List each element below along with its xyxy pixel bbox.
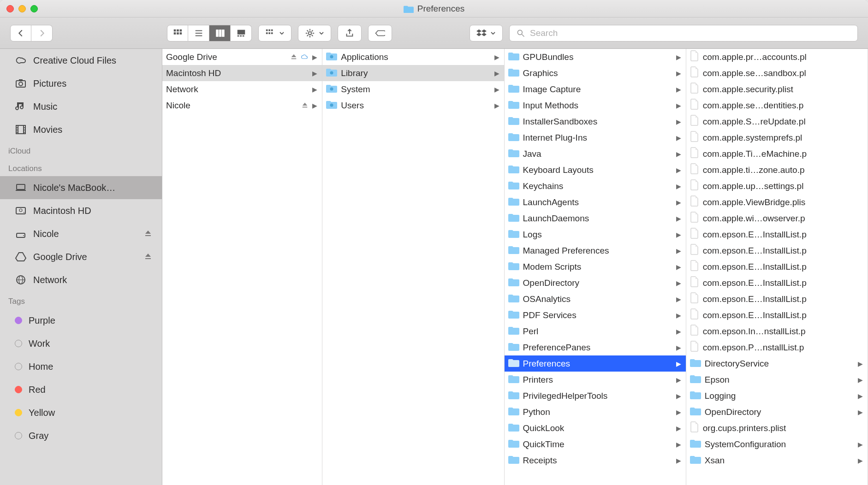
sidebar-item-film[interactable]: Movies <box>0 118 162 141</box>
sidebar[interactable]: Creative Cloud Files Pictures Music Movi… <box>0 49 162 485</box>
list-item[interactable]: Image Capture ▶ <box>505 81 686 97</box>
tags-button[interactable] <box>368 25 392 41</box>
list-item[interactable]: Graphics ▶ <box>505 65 686 81</box>
list-item[interactable]: SystemConfiguration ▶ <box>686 436 868 452</box>
list-item[interactable]: Receipts ▶ <box>505 452 686 468</box>
list-item[interactable]: com.apple.Ti…eMachine.p <box>686 146 868 162</box>
list-item[interactable]: com.apple.up…settings.pl <box>686 178 868 194</box>
eject-icon[interactable] <box>291 52 297 62</box>
eject-icon[interactable] <box>144 252 152 262</box>
list-item[interactable]: Preferences ▶ <box>505 355 686 372</box>
list-item[interactable]: Managed Preferences ▶ <box>505 243 686 259</box>
list-item[interactable]: Epson ▶ <box>686 372 868 388</box>
sidebar-tag-item[interactable]: Work <box>0 332 162 355</box>
list-item[interactable]: Nicole ▶ <box>162 97 322 113</box>
list-item[interactable]: System ▶ <box>322 81 504 97</box>
list-item[interactable]: Keychains ▶ <box>505 178 686 194</box>
list-item[interactable]: Applications ▶ <box>322 49 504 65</box>
list-item[interactable]: com.apple.pr…accounts.pl <box>686 49 868 65</box>
list-item[interactable]: Macintosh HD ▶ <box>162 65 322 81</box>
list-item[interactable]: com.epson.E…InstallList.p <box>686 259 868 275</box>
list-item[interactable]: com.epson.E…InstallList.p <box>686 226 868 243</box>
list-item[interactable]: Xsan ▶ <box>686 452 868 468</box>
column-3[interactable]: com.apple.pr…accounts.pl com.apple.se…sa… <box>686 49 868 485</box>
list-item[interactable]: com.apple.se…sandbox.pl <box>686 65 868 81</box>
sidebar-location-item[interactable]: Google Drive <box>0 245 162 268</box>
list-item[interactable]: Logging ▶ <box>686 388 868 404</box>
list-item[interactable]: GPUBundles ▶ <box>505 49 686 65</box>
dropbox-button[interactable] <box>470 25 503 41</box>
action-menu-button[interactable] <box>298 25 331 41</box>
list-item[interactable]: com.apple.se…dentities.p <box>686 97 868 113</box>
list-item[interactable]: OpenDirectory ▶ <box>505 275 686 291</box>
column-0[interactable]: Google Drive ▶ Macintosh HD ▶ Network ▶ … <box>162 49 322 485</box>
list-item[interactable]: Internet Plug-Ins ▶ <box>505 130 686 146</box>
list-item[interactable]: com.epson.E…InstallList.p <box>686 243 868 259</box>
list-item[interactable]: com.epson.E…InstallList.p <box>686 307 868 323</box>
column-1[interactable]: Applications ▶ Library ▶ System ▶ Users … <box>322 49 504 485</box>
list-item[interactable]: Printers ▶ <box>505 372 686 388</box>
gallery-view-button[interactable] <box>231 25 252 41</box>
sidebar-tag-item[interactable]: Purple <box>0 309 162 332</box>
list-item[interactable]: com.apple.ViewBridge.plis <box>686 194 868 210</box>
sidebar-location-item[interactable]: Macintosh HD <box>0 199 162 222</box>
list-item[interactable]: com.apple.S…reUpdate.pl <box>686 113 868 130</box>
list-item[interactable]: InstallerSandboxes ▶ <box>505 113 686 130</box>
list-item[interactable]: PDF Services ▶ <box>505 307 686 323</box>
list-item[interactable]: PreferencePanes ▶ <box>505 339 686 355</box>
list-item[interactable]: DirectoryService ▶ <box>686 355 868 372</box>
sidebar-item-camera[interactable]: Pictures <box>0 72 162 95</box>
back-button[interactable] <box>10 25 31 41</box>
list-item[interactable]: com.apple.security.plist <box>686 81 868 97</box>
icon-view-button[interactable] <box>167 25 188 41</box>
titlebar[interactable]: Preferences <box>0 0 868 18</box>
list-item[interactable]: Google Drive ▶ <box>162 49 322 65</box>
list-item[interactable]: org.cups.printers.plist <box>686 420 868 436</box>
sidebar-location-item[interactable]: Nicole <box>0 222 162 245</box>
list-item[interactable]: Library ▶ <box>322 65 504 81</box>
sidebar-tag-item[interactable]: Home <box>0 355 162 378</box>
list-item[interactable]: Users ▶ <box>322 97 504 113</box>
list-item[interactable]: QuickTime ▶ <box>505 436 686 452</box>
sidebar-tag-item[interactable]: Gray <box>0 424 162 447</box>
group-by-button[interactable] <box>258 25 291 41</box>
minimize-window-button[interactable] <box>18 5 26 12</box>
list-item[interactable]: Python ▶ <box>505 404 686 420</box>
search-field[interactable] <box>509 25 858 41</box>
list-item[interactable]: LaunchAgents ▶ <box>505 194 686 210</box>
eject-icon[interactable] <box>144 229 152 239</box>
list-item[interactable]: Network ▶ <box>162 81 322 97</box>
sidebar-location-item[interactable]: Network <box>0 268 162 291</box>
column-view-button[interactable] <box>209 25 231 41</box>
sidebar-tag-item[interactable]: Yellow <box>0 401 162 424</box>
sidebar-location-item[interactable]: Nicole's MacBook… <box>0 176 162 199</box>
list-item[interactable]: com.apple.ti…zone.auto.p <box>686 162 868 178</box>
eject-icon[interactable] <box>302 101 308 111</box>
list-item[interactable]: com.apple.wi…owserver.p <box>686 210 868 226</box>
list-item[interactable]: com.epson.In…nstallList.p <box>686 323 868 339</box>
sidebar-tag-item[interactable]: Red <box>0 378 162 401</box>
sidebar-item-music[interactable]: Music <box>0 95 162 118</box>
share-button[interactable] <box>338 25 362 41</box>
list-item[interactable]: com.apple.systemprefs.pl <box>686 130 868 146</box>
search-input[interactable] <box>530 28 851 38</box>
list-item[interactable]: OpenDirectory ▶ <box>686 404 868 420</box>
column-2[interactable]: GPUBundles ▶ Graphics ▶ Image Capture ▶ … <box>505 49 686 485</box>
forward-button[interactable] <box>31 25 53 41</box>
list-item[interactable]: Perl ▶ <box>505 323 686 339</box>
list-item[interactable]: Modem Scripts ▶ <box>505 259 686 275</box>
list-item[interactable]: Input Methods ▶ <box>505 97 686 113</box>
list-item[interactable]: com.epson.E…InstallList.p <box>686 291 868 307</box>
zoom-window-button[interactable] <box>30 5 38 12</box>
list-item[interactable]: LaunchDaemons ▶ <box>505 210 686 226</box>
list-item[interactable]: com.epson.P…nstallList.p <box>686 339 868 355</box>
list-item[interactable]: PrivilegedHelperTools ▶ <box>505 388 686 404</box>
sidebar-item-creative-cloud[interactable]: Creative Cloud Files <box>0 49 162 72</box>
list-item[interactable]: QuickLook ▶ <box>505 420 686 436</box>
list-item[interactable]: Java ▶ <box>505 146 686 162</box>
list-item[interactable]: Keyboard Layouts ▶ <box>505 162 686 178</box>
close-window-button[interactable] <box>6 5 14 12</box>
list-item[interactable]: Logs ▶ <box>505 226 686 243</box>
list-view-button[interactable] <box>188 25 209 41</box>
list-item[interactable]: OSAnalytics ▶ <box>505 291 686 307</box>
